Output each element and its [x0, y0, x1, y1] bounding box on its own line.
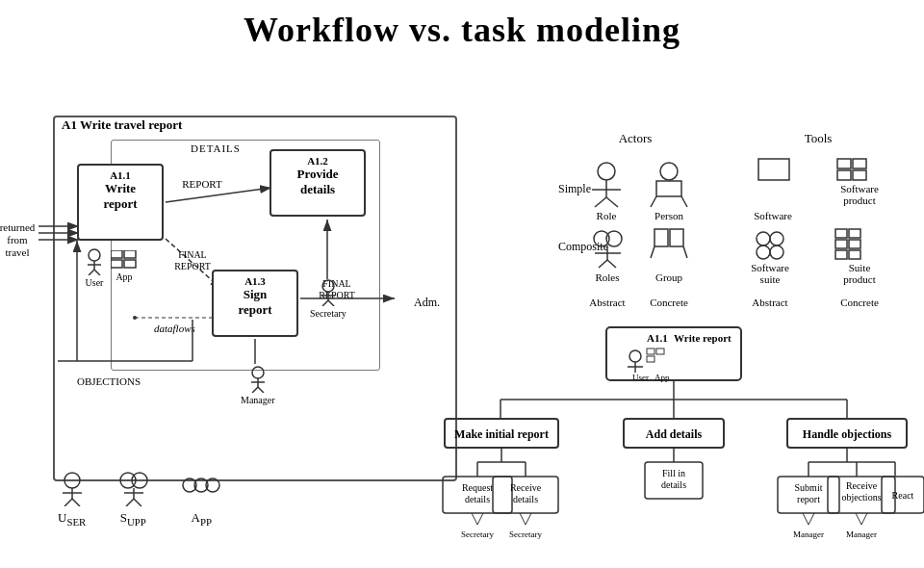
- svg-text:suite: suite: [760, 273, 781, 285]
- bottom-app-label: APP: [180, 510, 222, 528]
- svg-text:travel: travel: [5, 246, 29, 258]
- svg-point-140: [89, 249, 100, 261]
- svg-rect-99: [787, 419, 907, 448]
- svg-line-32: [595, 197, 606, 207]
- svg-rect-138: [882, 477, 924, 513]
- svg-text:Concrete: Concrete: [840, 297, 879, 308]
- svg-point-82: [629, 350, 641, 362]
- box-a11: A1.1 Writereport: [77, 164, 164, 241]
- svg-line-54: [607, 260, 616, 268]
- user-label: User: [85, 277, 104, 288]
- svg-text:Fill in: Fill in: [662, 468, 685, 478]
- svg-rect-146: [124, 250, 136, 258]
- svg-line-37: [651, 196, 656, 207]
- manager-label: Manager: [241, 395, 275, 405]
- box-a13-id: A1.3: [218, 275, 293, 287]
- svg-point-29: [598, 163, 615, 180]
- svg-text:Write report: Write report: [674, 332, 732, 344]
- svg-text:Actors: Actors: [619, 131, 653, 145]
- svg-rect-118: [645, 462, 703, 499]
- svg-line-136: [861, 513, 867, 525]
- svg-point-165: [132, 473, 147, 488]
- svg-text:Composite: Composite: [558, 240, 608, 253]
- svg-line-58: [651, 246, 654, 258]
- svg-text:App: App: [654, 373, 670, 382]
- secretary-label: Secretary: [310, 308, 346, 319]
- details-label: DETAILS: [188, 142, 244, 154]
- svg-line-143: [89, 270, 94, 275]
- svg-text:User: User: [632, 373, 649, 382]
- svg-text:Abstract: Abstract: [589, 297, 625, 308]
- svg-line-163: [72, 499, 80, 506]
- svg-rect-43: [853, 159, 866, 168]
- svg-text:report: report: [797, 494, 820, 504]
- svg-text:Tools: Tools: [805, 131, 833, 145]
- actor-secretary: Secretary: [310, 279, 346, 319]
- svg-text:details: details: [465, 494, 490, 504]
- svg-rect-88: [647, 356, 654, 362]
- svg-text:Software: Software: [754, 210, 792, 221]
- svg-point-61: [757, 232, 770, 245]
- svg-line-168: [126, 499, 134, 506]
- svg-rect-42: [837, 159, 851, 168]
- svg-rect-67: [835, 229, 847, 238]
- bottom-actors-row: USER SUPP APP: [58, 472, 222, 528]
- svg-rect-111: [493, 477, 558, 513]
- page-title: Workflow vs. task modeling: [0, 0, 924, 50]
- svg-point-64: [770, 245, 783, 259]
- svg-rect-96: [624, 419, 724, 448]
- svg-text:Person: Person: [654, 210, 683, 221]
- svg-text:Request: Request: [462, 482, 493, 493]
- bottom-user-label: USER: [58, 510, 86, 528]
- bottom-actor-user: USER: [58, 472, 86, 528]
- box-a12-id: A1.2: [275, 155, 360, 167]
- svg-text:Group: Group: [655, 271, 683, 283]
- svg-line-157: [252, 387, 258, 393]
- svg-text:Manager: Manager: [793, 529, 824, 539]
- svg-line-153: [328, 300, 334, 306]
- svg-point-50: [606, 231, 622, 246]
- bottom-supp-label: SUPP: [115, 510, 151, 528]
- svg-rect-148: [124, 260, 136, 268]
- svg-line-33: [606, 197, 618, 207]
- svg-text:Secretary: Secretary: [461, 529, 494, 539]
- svg-line-59: [683, 246, 687, 258]
- actor-manager: Manager: [241, 366, 275, 405]
- svg-text:Software: Software: [751, 262, 789, 273]
- bottom-actor-supp: SUPP: [115, 472, 151, 528]
- svg-line-114: [520, 513, 526, 525]
- svg-line-169: [134, 499, 141, 506]
- svg-rect-86: [647, 349, 654, 354]
- svg-text:Make initial report: Make initial report: [454, 427, 549, 441]
- svg-text:details: details: [513, 494, 538, 504]
- svg-point-149: [322, 280, 334, 292]
- svg-point-35: [660, 163, 678, 180]
- svg-text:details: details: [661, 479, 686, 490]
- svg-rect-147: [111, 260, 122, 268]
- svg-rect-56: [654, 229, 668, 246]
- svg-line-158: [258, 387, 264, 393]
- svg-text:Manager: Manager: [846, 529, 877, 539]
- bottom-actor-app: APP: [180, 478, 222, 528]
- svg-line-129: [803, 513, 808, 525]
- svg-text:Role: Role: [597, 210, 617, 221]
- svg-text:product: product: [843, 194, 876, 206]
- svg-text:Submit: Submit: [795, 482, 823, 493]
- svg-rect-93: [445, 419, 558, 448]
- svg-line-135: [856, 513, 861, 525]
- box-a12: A1.2 Providedetails: [270, 149, 366, 217]
- svg-rect-72: [849, 250, 860, 259]
- box-a11-label: Writereport: [83, 181, 158, 211]
- svg-point-62: [770, 232, 783, 245]
- svg-line-152: [322, 300, 328, 306]
- svg-line-115: [526, 513, 531, 525]
- svg-rect-71: [835, 250, 847, 259]
- svg-point-154: [252, 367, 264, 378]
- svg-rect-36: [656, 181, 681, 196]
- svg-rect-40: [758, 159, 789, 180]
- svg-point-49: [594, 231, 609, 246]
- svg-line-109: [477, 513, 483, 525]
- svg-text:Simple: Simple: [558, 182, 591, 195]
- svg-rect-132: [828, 477, 895, 513]
- svg-text:objections: objections: [841, 492, 881, 503]
